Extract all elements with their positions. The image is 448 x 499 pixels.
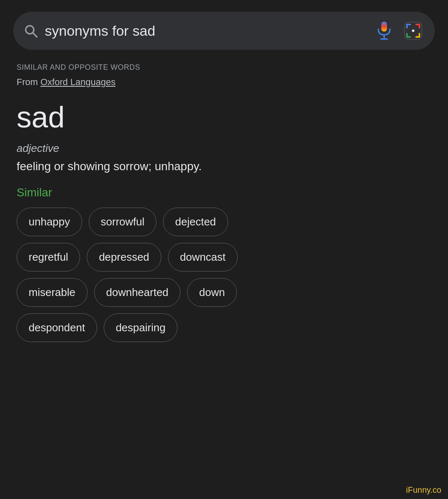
content-area: SIMILAR AND OPPOSITE WORDS From Oxford L…: [0, 60, 448, 359]
chips-row-1: unhappy sorrowful dejected: [17, 208, 431, 236]
chip-downhearted[interactable]: downhearted: [94, 278, 180, 307]
chip-despondent[interactable]: despondent: [17, 313, 97, 342]
oxford-link[interactable]: Oxford Languages: [40, 77, 115, 87]
chip-sorrowful[interactable]: sorrowful: [89, 208, 156, 236]
word-definition: feeling or showing sorrow; unhappy.: [17, 158, 431, 174]
chip-regretful[interactable]: regretful: [17, 243, 80, 272]
word-title: sad: [17, 101, 431, 134]
synonyms-grid: unhappy sorrowful dejected regretful dep…: [17, 208, 431, 342]
svg-line-1: [33, 33, 37, 37]
chip-depressed[interactable]: depressed: [87, 243, 161, 272]
chips-row-3: miserable downhearted down: [17, 278, 431, 307]
section-title: SIMILAR AND OPPOSITE WORDS: [17, 63, 431, 72]
search-bar[interactable]: synonyms for sad: [13, 12, 435, 50]
chip-despairing[interactable]: despairing: [104, 313, 178, 342]
svg-point-6: [412, 29, 414, 32]
chip-downcast[interactable]: downcast: [168, 243, 238, 272]
chip-miserable[interactable]: miserable: [17, 278, 88, 307]
word-pos: adjective: [17, 142, 431, 155]
chip-dejected[interactable]: dejected: [163, 208, 228, 236]
search-query-text: synonyms for sad: [45, 23, 367, 39]
similar-label: Similar: [17, 186, 431, 199]
chip-down[interactable]: down: [187, 278, 237, 307]
chips-row-4: despondent despairing: [17, 313, 431, 342]
camera-button[interactable]: [402, 19, 425, 42]
chip-unhappy[interactable]: unhappy: [17, 208, 82, 236]
oxford-source: From Oxford Languages: [17, 77, 431, 88]
svg-rect-2: [381, 22, 387, 32]
chips-row-2: regretful depressed downcast: [17, 243, 431, 272]
ifunny-watermark: iFunny.co: [406, 485, 441, 495]
source-prefix: From: [17, 77, 38, 87]
search-bar-container: synonyms for sad: [0, 0, 448, 60]
search-icon: [23, 23, 38, 38]
mic-button[interactable]: [373, 20, 395, 42]
